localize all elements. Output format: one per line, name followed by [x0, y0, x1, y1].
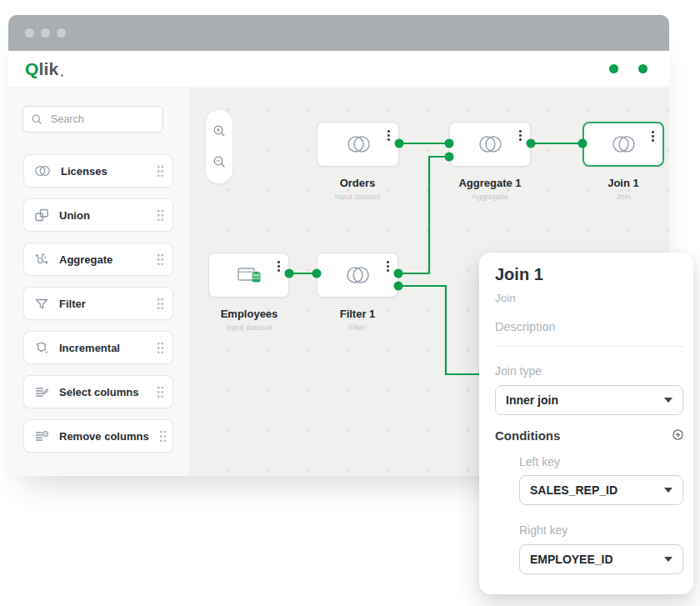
node-name: Filter 1	[317, 308, 398, 320]
blocks-sidebar: Licenses Union	[8, 88, 190, 476]
flow-node-orders[interactable]: Orders Input dataset	[317, 122, 398, 201]
left-key-value: SALES_REP_ID	[530, 483, 664, 497]
venn-circles-icon	[344, 134, 372, 154]
sidebar-item-filter[interactable]: Filter	[23, 287, 173, 320]
sidebar-item-select-columns[interactable]: Select columns	[23, 375, 173, 408]
chevron-down-icon	[664, 557, 672, 562]
zoom-out-button[interactable]	[210, 153, 228, 171]
flow-node-aggregate-1[interactable]: Aggregate 1 Aggregate	[449, 122, 531, 201]
panel-title: Join 1	[495, 265, 543, 284]
window-titlebar	[8, 15, 669, 51]
sidebar-item-label: Incremental	[59, 342, 147, 354]
node-type: Input dataset	[317, 192, 398, 201]
qlik-flow-screenshot: Qlik	[0, 0, 700, 606]
drag-handle-icon[interactable]	[157, 209, 164, 222]
header-status-dots	[609, 64, 656, 73]
venn-circles-icon	[34, 164, 51, 178]
drag-handle-icon[interactable]	[157, 342, 164, 354]
drag-handle-icon[interactable]	[159, 430, 167, 443]
join-type-label: Join type	[495, 364, 542, 378]
chevron-down-icon	[664, 488, 672, 493]
sidebar-item-union[interactable]: Union	[23, 198, 173, 232]
add-condition-icon[interactable]	[672, 428, 684, 441]
node-menu-icon[interactable]	[276, 259, 282, 273]
header-green-dot[interactable]	[609, 64, 618, 73]
sidebar-item-label: Union	[59, 209, 147, 222]
funnel-icon	[34, 297, 49, 311]
search-input[interactable]	[49, 113, 155, 126]
venn-circles-icon	[609, 134, 638, 154]
description-placeholder[interactable]: Description	[495, 320, 556, 333]
node-menu-icon[interactable]	[386, 128, 392, 143]
venn-circles-icon	[343, 265, 372, 285]
block-list: Licenses Union	[23, 154, 173, 453]
qlik-logo-trademark-dot	[61, 74, 63, 77]
qlik-logo: Qlik	[25, 59, 63, 79]
union-squares-icon	[34, 208, 49, 223]
zoom-in-button[interactable]	[210, 123, 228, 141]
sidebar-item-label: Filter	[59, 298, 147, 310]
properties-panel: Join 1 Join Description Join type Inner …	[479, 253, 693, 594]
window-control-dot[interactable]	[57, 28, 66, 38]
flow-node-employees[interactable]: Employees Input dataset	[208, 253, 290, 332]
sidebar-item-label: Remove columns	[59, 430, 149, 443]
remove-columns-icon	[34, 429, 49, 443]
node-name: Orders	[317, 177, 398, 189]
sidebar-item-label: Aggregate	[59, 253, 147, 266]
drag-handle-icon[interactable]	[157, 298, 164, 310]
dataset-table-icon	[236, 265, 262, 285]
right-key-label: Right key	[519, 523, 568, 537]
node-name: Join 1	[582, 177, 664, 189]
qlik-logo-q: Q	[25, 59, 39, 79]
conditions-label: Conditions	[495, 428, 560, 443]
flow-node-join-1[interactable]: Join 1 Join	[582, 122, 664, 201]
window-control-dot[interactable]	[25, 28, 34, 38]
sidebar-item-incremental[interactable]: Incremental	[23, 331, 173, 364]
node-menu-icon[interactable]	[385, 259, 391, 273]
sidebar-item-label: Select columns	[59, 386, 147, 398]
drag-handle-icon[interactable]	[157, 165, 164, 178]
select-columns-icon	[34, 385, 49, 399]
node-name: Employees	[208, 308, 290, 320]
zoom-controls	[206, 110, 232, 183]
search-box[interactable]	[22, 106, 163, 133]
join-type-value: Inner join	[506, 393, 664, 407]
right-key-value: EMPLOYEE_ID	[530, 553, 664, 566]
drag-handle-icon[interactable]	[157, 253, 164, 266]
app-header: Qlik	[8, 51, 669, 88]
incremental-icon	[34, 340, 49, 355]
header-green-dot[interactable]	[638, 64, 648, 73]
search-icon	[31, 113, 42, 125]
chevron-down-icon	[664, 398, 672, 403]
qlik-logo-rest: lik	[39, 59, 59, 79]
panel-subtitle: Join	[495, 292, 516, 304]
sidebar-item-licenses[interactable]: Licenses	[23, 154, 173, 188]
sidebar-item-aggregate[interactable]: Aggregate	[23, 243, 173, 276]
window-control-dot[interactable]	[41, 28, 50, 38]
node-menu-icon[interactable]	[518, 128, 523, 143]
right-key-select[interactable]: EMPLOYEE_ID	[519, 544, 683, 574]
node-type: Aggregate	[449, 192, 531, 201]
node-type: Filter	[317, 323, 398, 332]
node-type: Input dataset	[208, 323, 290, 332]
flow-node-filter-1[interactable]: Filter 1 Filter	[317, 253, 398, 332]
node-type: Join	[582, 192, 664, 201]
sidebar-item-remove-columns[interactable]: Remove columns	[23, 419, 173, 453]
panel-divider	[495, 346, 683, 347]
sidebar-item-label: Licenses	[61, 165, 147, 178]
left-key-label: Left key	[519, 455, 560, 468]
join-type-select[interactable]: Inner join	[495, 385, 683, 415]
drag-handle-icon[interactable]	[157, 386, 164, 398]
node-name: Aggregate 1	[449, 177, 531, 189]
venn-circles-icon	[476, 134, 504, 154]
left-key-select[interactable]: SALES_REP_ID	[519, 475, 683, 505]
node-menu-icon[interactable]	[650, 129, 656, 143]
aggregate-network-icon	[34, 252, 49, 267]
